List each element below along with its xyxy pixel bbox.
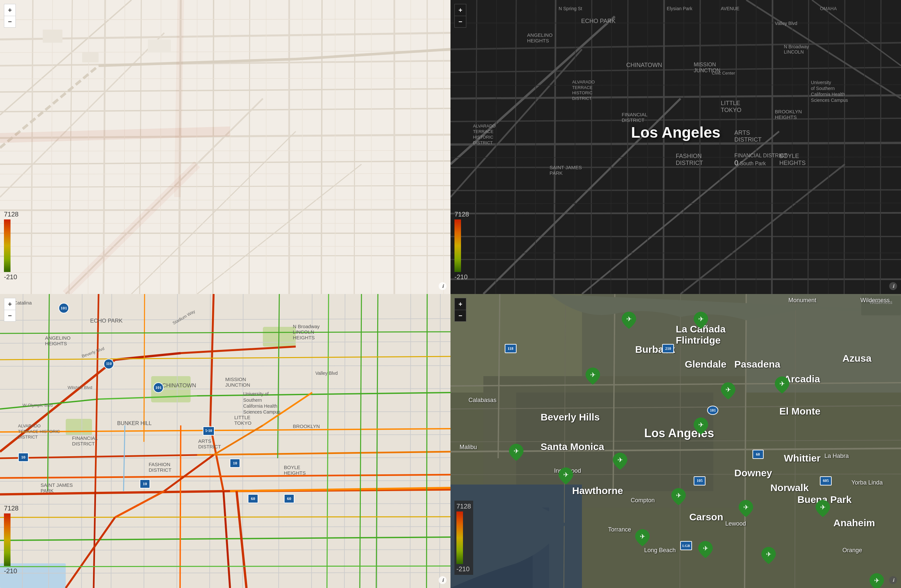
svg-text:✈: ✈ (703, 544, 708, 552)
svg-text:✈: ✈ (779, 380, 785, 387)
pin-2: ✈ (694, 312, 708, 329)
svg-line-57 (178, 0, 181, 197)
legend-bottom-left: 7128 -210 (4, 504, 19, 575)
shield-60-bl: 60 (248, 494, 258, 503)
svg-text:✈: ✈ (590, 371, 596, 378)
svg-text:✈: ✈ (743, 504, 749, 511)
info-button-tl[interactable]: ℹ (439, 282, 447, 290)
info-button-br[interactable]: ℹ (889, 576, 897, 584)
svg-rect-0 (0, 0, 450, 294)
shield-60b-bl: 60 (284, 494, 295, 503)
svg-rect-52 (43, 30, 62, 43)
zoom-out-button-br[interactable]: − (454, 310, 466, 322)
svg-text:✈: ✈ (514, 447, 519, 455)
shield-510-bl: 5·10 (203, 426, 215, 436)
svg-line-20 (354, 0, 355, 294)
zoom-out-button-bl[interactable]: − (4, 310, 16, 322)
legend-bottom-right: 7128 -210 (454, 501, 473, 575)
svg-text:✈: ✈ (626, 315, 631, 323)
legend-top-left: 7128 -210 (4, 210, 19, 281)
svg-text:Wilderness: Wilderness (870, 300, 892, 305)
zoom-controls-bottom-right: + − (454, 298, 466, 322)
svg-line-159 (180, 425, 181, 588)
info-button-bl[interactable]: ℹ (439, 576, 447, 584)
legend-max-label-br: 7128 (457, 502, 471, 510)
svg-line-10 (0, 255, 450, 256)
svg-text:✈: ✈ (765, 551, 771, 558)
pin-10: ✈ (671, 488, 686, 505)
svg-line-19 (321, 0, 322, 294)
svg-line-79 (808, 0, 809, 294)
svg-text:✈: ✈ (563, 471, 569, 478)
pin-14: ✈ (698, 541, 713, 558)
svg-line-73 (591, 0, 592, 294)
zoom-in-button-br[interactable]: + (454, 298, 466, 310)
shield-605-sat: 605 (820, 476, 832, 485)
svg-text:✈: ✈ (698, 315, 704, 323)
map-panel-bottom-right: Wilderness Monument Wilderness La Cañada… (450, 294, 901, 588)
legend-min-label-bl: -210 (4, 567, 17, 575)
shield-101b-bl: 101 (59, 303, 69, 313)
zoom-out-button-tr[interactable]: − (454, 16, 466, 28)
pin-1: ✈ (622, 312, 636, 329)
legend-top-right: 7128 -210 (454, 210, 469, 281)
shield-101c-bl: 101 (153, 383, 164, 393)
shield-105-sat: 105 (694, 476, 706, 485)
zoom-in-button-tr[interactable]: + (454, 4, 466, 16)
legend-bar-tl (4, 219, 11, 272)
pin-15: ✈ (761, 547, 776, 564)
map-panel-top-left: + − 7128 -210 ℹ (0, 0, 450, 294)
svg-rect-53 (82, 53, 98, 62)
svg-line-75 (663, 0, 664, 294)
svg-text:✈: ✈ (698, 421, 704, 428)
zoom-controls-top-right: + − (454, 4, 466, 28)
zoom-in-button-bl[interactable]: + (4, 298, 16, 310)
svg-line-173 (0, 566, 450, 567)
svg-line-80 (844, 0, 845, 294)
svg-line-74 (627, 0, 628, 294)
pin-9: ✈ (613, 453, 627, 470)
pin-12: ✈ (815, 500, 830, 517)
svg-line-165 (0, 517, 450, 517)
zoom-in-button-tl[interactable]: + (4, 4, 16, 16)
shield-10c-bl: 10 (18, 453, 29, 462)
svg-line-17 (249, 0, 250, 294)
svg-text:✈: ✈ (820, 504, 825, 511)
svg-line-158 (144, 294, 145, 442)
zoom-controls-bottom-left: + − (4, 298, 16, 322)
shield-118-sat: 118 (505, 344, 516, 353)
svg-rect-195 (861, 296, 901, 315)
svg-line-76 (700, 0, 700, 294)
svg-line-55 (0, 131, 230, 138)
info-button-tr[interactable]: ℹ (889, 282, 897, 290)
pin-11: ✈ (739, 500, 753, 517)
shield-60-sat: 60 (753, 450, 764, 459)
shield-210-sat: 210 (662, 344, 674, 353)
svg-line-64 (450, 167, 901, 168)
pin-5: ✈ (775, 376, 789, 394)
legend-bar-br (457, 512, 463, 564)
legend-min-label-br: -210 (457, 565, 469, 573)
pin-8: ✈ (559, 467, 573, 485)
pin-3: ✈ (586, 367, 600, 385)
shield-101-sat: 101 (707, 406, 718, 415)
legend-bar-tr (454, 219, 461, 272)
svg-text:✈: ✈ (725, 386, 731, 393)
legend-max-label-tr: 7128 (454, 210, 469, 218)
svg-line-65 (450, 190, 901, 191)
svg-rect-108 (66, 419, 92, 435)
pin-13: ✈ (635, 529, 650, 546)
legend-min-label-tr: -210 (454, 273, 468, 281)
svg-line-66 (450, 213, 901, 213)
svg-text:✈: ✈ (874, 577, 880, 584)
svg-line-63 (450, 143, 901, 145)
legend-max-label-tl: 7128 (4, 210, 19, 218)
svg-text:✈: ✈ (617, 456, 623, 464)
zoom-out-button-tl[interactable]: − (4, 16, 16, 28)
map-panel-bottom-left: ECHO PARK ANGELINOHEIGHTS S Catalina CHI… (0, 294, 450, 588)
shield-lgb-sat: LGB (680, 541, 692, 550)
shield-10-bl: 10 (230, 459, 240, 468)
legend-bar-bl (4, 513, 11, 566)
svg-text:✈: ✈ (640, 533, 645, 540)
shield-110-bl: 110 (103, 359, 114, 369)
